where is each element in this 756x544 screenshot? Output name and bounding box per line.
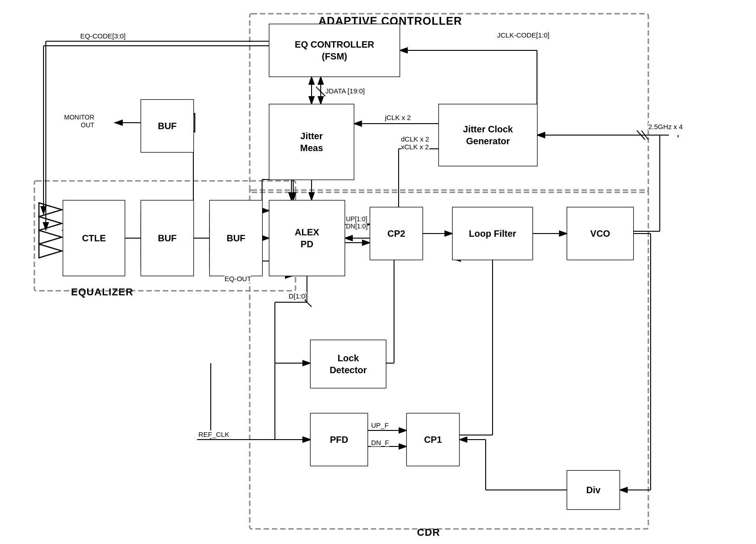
cp1-block: CP1 (407, 413, 459, 466)
jitter-clk-gen-block: Jitter Clock Generator (439, 104, 537, 166)
buf1-block: BUF (141, 201, 193, 276)
cdr-label: CDR (417, 527, 440, 539)
ghz-x4-label: 2.5GHz x 4 (648, 123, 683, 131)
dclk-xclk-label: dCLK x 2 xCLK x 2 (401, 135, 429, 151)
eq-out-label: EQ-OUT (225, 275, 251, 283)
d-bus-label: D[1:0] (289, 292, 307, 300)
svg-marker-22 (39, 217, 62, 230)
loop-filter-block: Loop Filter (453, 207, 532, 260)
eq-controller-block: EQ CONTROLLER (FSM) (269, 24, 400, 76)
jclk-code-label: JCLK-CODE[1:0] (497, 31, 549, 39)
jdata-label: JDATA [19:0] (325, 87, 365, 95)
monitor-out-label: MONITOR OUT (64, 114, 94, 129)
svg-line-98 (316, 87, 325, 96)
eq-code-label: EQ-CODE[3:0] (80, 32, 126, 40)
svg-marker-23 (39, 230, 62, 244)
div-block: Div (567, 471, 619, 509)
ref-clk-label: REF_CLK (198, 430, 230, 438)
svg-line-44 (641, 131, 648, 140)
svg-marker-21 (39, 203, 62, 217)
up-f-label: UP_F (371, 421, 389, 429)
equalizer-label: EQUALIZER (71, 286, 133, 298)
up-dn-label: UP[1:0] DN[1:0] (346, 215, 367, 230)
ctle-block: CTLE (63, 201, 125, 276)
buf-monitor-block: BUF (141, 100, 193, 152)
diagram-canvas: ADAPTIVE CONTROLLER EQUALIZER CDR EQ CON… (0, 0, 756, 544)
cp2-block: CP2 (370, 207, 422, 260)
svg-line-102 (637, 131, 645, 140)
dn-f-label: DN_F (371, 439, 389, 446)
jitter-meas-block: Jitter Meas (269, 104, 354, 180)
jclk-x2-label: jCLK x 2 (385, 114, 411, 121)
lock-detector-block: Lock Detector (311, 340, 386, 388)
alex-pd-block: ALEX PD (269, 201, 345, 276)
vco-block: VCO (567, 207, 633, 260)
svg-marker-24 (39, 244, 62, 258)
pfd-block: PFD (311, 413, 367, 466)
buf2-block: BUF (210, 201, 262, 276)
